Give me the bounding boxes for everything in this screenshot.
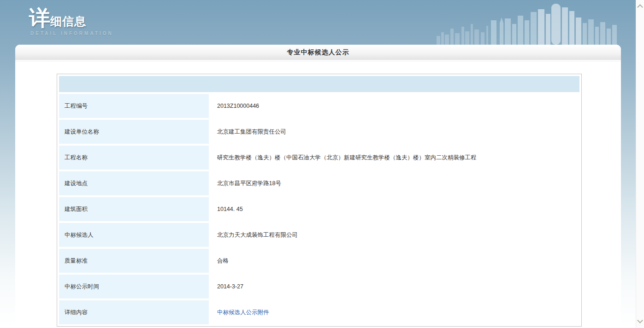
logo-rest-chars: 细信息 [50,14,86,29]
page-header-banner: 详细信息 DETAIL INFORMATION [0,0,644,45]
row-label: 建设单位名称 [59,120,209,144]
table-row: 详细内容 中标候选人公示附件 [59,300,579,324]
table-header-row [59,76,579,92]
table-row: 中标公示时间 2014-3-27 [59,275,579,299]
detail-table: 工程编号 2013Z10000446 建设单位名称 北京建工集团有限责任公司 工… [57,74,582,327]
row-label: 中标候选人 [59,223,209,247]
vertical-scrollbar[interactable] [636,0,644,328]
table-header-cell [59,76,579,92]
title-bar: 专业中标候选人公示 [15,45,621,60]
detail-information-page: { "logo": { "big_char": "详", "rest_chars… [0,0,644,328]
table-row: 工程名称 研究生教学楼（逸夫）楼（中国石油大学（北京）新建研究生教学楼（逸夫）楼… [59,146,579,170]
logo-big-char: 详 [29,7,50,29]
attachment-link[interactable]: 中标候选人公示附件 [217,309,269,316]
site-logo: 详细信息 DETAIL INFORMATION [29,7,113,36]
row-value: 研究生教学楼（逸夫）楼（中国石油大学（北京）新建研究生教学楼（逸夫）楼）室内二次… [211,146,579,170]
row-label: 工程名称 [59,146,209,170]
chevron-down-icon [637,317,643,323]
table-row: 建设单位名称 北京建工集团有限责任公司 [59,120,579,144]
scroll-up-button[interactable] [636,2,644,11]
page-title: 专业中标候选人公示 [287,48,349,57]
logo-subtitle: DETAIL INFORMATION [30,31,113,36]
row-value: 10144. 45 [211,197,579,221]
title-bar-underline [15,61,621,61]
table-row: 中标候选人 北京力天大成装饰工程有限公司 [59,223,579,247]
row-label: 详细内容 [59,300,209,324]
row-value: 北京建工集团有限责任公司 [211,120,579,144]
row-value: 2014-3-27 [211,275,579,299]
row-value: 北京市昌平区府学路18号 [211,171,579,195]
row-value: 北京力天大成装饰工程有限公司 [211,223,579,247]
row-label: 工程编号 [59,94,209,118]
row-value: 2013Z10000446 [211,94,579,118]
detail-table-wrapper: 工程编号 2013Z10000446 建设单位名称 北京建工集团有限责任公司 工… [57,74,621,327]
table-row: 质量标准 合格 [59,249,579,273]
row-label: 质量标准 [59,249,209,273]
table-row: 建筑面积 10144. 45 [59,197,579,221]
row-label: 中标公示时间 [59,275,209,299]
scroll-down-button[interactable] [636,317,644,326]
row-value: 中标候选人公示附件 [211,300,579,324]
content-panel: 专业中标候选人公示 工程编号 2013Z10000446 建设单位名称 北京建工… [15,45,621,328]
row-value: 合格 [211,249,579,273]
logo-text: 详细信息 [29,7,113,29]
chevron-up-icon [637,4,643,10]
row-label: 建设地点 [59,171,209,195]
row-label: 建筑面积 [59,197,209,221]
table-row: 工程编号 2013Z10000446 [59,94,579,118]
table-row: 建设地点 北京市昌平区府学路18号 [59,171,579,195]
city-skyline-icon [437,0,619,45]
